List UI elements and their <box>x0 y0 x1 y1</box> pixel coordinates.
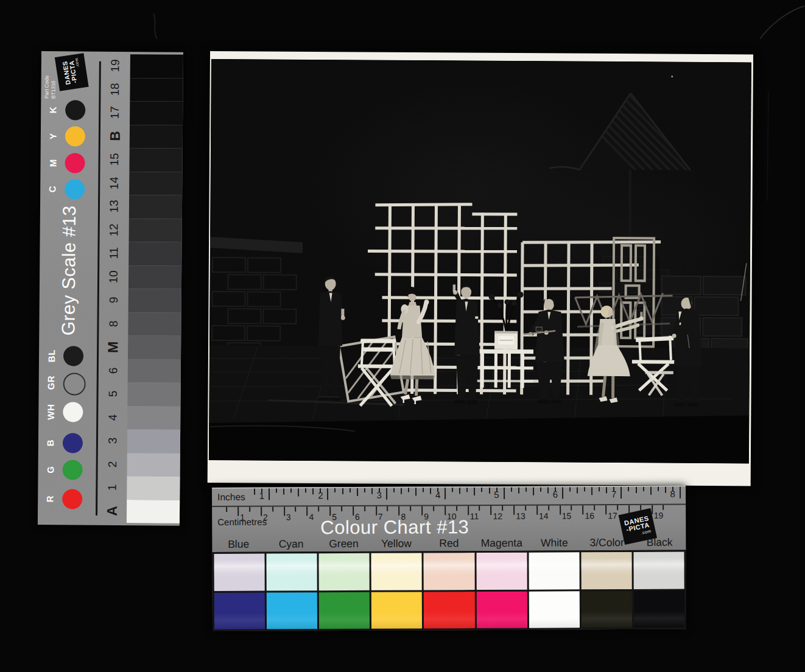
grey-patch <box>128 242 181 265</box>
ruler-tick <box>456 506 457 511</box>
ruler-tick <box>605 505 606 514</box>
ruler-tick <box>371 488 373 494</box>
grey-patch <box>129 172 182 195</box>
grey-patch <box>127 382 180 406</box>
3/color-pale-patch <box>581 552 631 589</box>
blue-pale-patch <box>214 554 264 591</box>
inch-number: 5 <box>494 489 501 500</box>
ruler-tick <box>393 488 395 492</box>
ruler-tick <box>513 506 515 515</box>
ruler-tick <box>342 488 343 494</box>
ruler-tick <box>525 506 526 511</box>
column-label: Green <box>317 537 370 551</box>
b-dot <box>63 433 83 453</box>
gr-dot-label: GR <box>43 373 60 393</box>
ruler-tick <box>364 506 365 511</box>
grey-patch <box>127 476 180 500</box>
scale-index-label: 1 <box>97 476 127 500</box>
yellow-vivid-patch <box>371 592 422 629</box>
bl-dot-label: BL <box>43 346 60 366</box>
ruler-tick <box>350 488 351 492</box>
b-dot-label: B <box>42 433 59 453</box>
scale-index-label: 14 <box>100 171 129 195</box>
wh-dot <box>63 402 83 422</box>
ruler-tick <box>329 506 331 516</box>
grey-patch <box>128 359 181 383</box>
grey-patch <box>127 406 180 430</box>
grey-patch <box>128 335 181 359</box>
grey-patch <box>130 54 183 78</box>
colour-column-labels: BlueCyanGreenYellowRedMagentaWhite3/Colo… <box>212 536 686 551</box>
ruler-tick <box>526 488 527 492</box>
cm-number: 19 <box>654 511 664 520</box>
ruler-tick <box>663 505 664 510</box>
y-dot-label: Y <box>44 126 62 146</box>
ruler-tick <box>658 487 659 491</box>
scale-index-label: 9 <box>99 289 128 312</box>
3/color-vivid-patch <box>582 590 632 628</box>
scale-index-label: 2 <box>98 452 127 476</box>
ruler-tick <box>452 488 453 492</box>
y-dot <box>65 126 85 146</box>
ruler-tick <box>468 506 469 515</box>
inch-number: 6 <box>553 489 560 500</box>
ruler-tick <box>533 488 534 495</box>
black-pale-patch <box>633 552 684 589</box>
red-vivid-patch <box>424 592 474 629</box>
white-pale-patch <box>529 552 579 589</box>
cyan-vivid-patch <box>267 592 317 629</box>
green-pale-patch <box>319 553 370 590</box>
cm-number: 16 <box>585 511 594 520</box>
magenta-pale-patch <box>476 553 527 590</box>
ruler-tick <box>640 505 641 510</box>
ruler-tick <box>386 488 387 500</box>
ruler-tick <box>290 488 292 492</box>
cm-number: 12 <box>493 511 502 521</box>
colour-chart-card: Inches 12345678 123456789101112131415161… <box>212 486 686 631</box>
ruler-tick <box>254 489 255 495</box>
ruler-tick <box>364 488 365 492</box>
colour-chart-title: Colour Chart #13 <box>303 516 486 539</box>
grey-scale-title: Grey Scale #13 <box>55 201 83 340</box>
ruler-tick <box>430 488 431 494</box>
ruler-tick <box>376 506 377 516</box>
ruler-tick <box>599 487 600 491</box>
ruler-tick <box>562 487 563 499</box>
magenta-vivid-patch <box>476 591 527 628</box>
ruler-tick <box>295 506 297 511</box>
m-dot <box>65 153 85 173</box>
grey-patch <box>127 429 180 453</box>
grey-patch <box>127 500 180 523</box>
grey-patch <box>128 312 181 336</box>
column-label: Magenta <box>476 537 529 550</box>
ruler-tick <box>459 488 460 494</box>
ruler-tick <box>433 506 434 511</box>
ruler-tick <box>490 506 491 515</box>
ruler-tick <box>650 487 652 495</box>
ruler-tick <box>237 507 239 516</box>
inch-number: 3 <box>376 490 384 500</box>
cm-number: 14 <box>539 511 549 521</box>
k-dot-label: K <box>44 100 62 120</box>
blue-vivid-patch <box>214 592 265 629</box>
ruler-tick <box>312 488 314 494</box>
ruler-tick <box>306 506 308 516</box>
scale-index-label: 17 <box>100 101 130 125</box>
ruler-tick <box>628 487 629 491</box>
c-dot <box>65 179 85 199</box>
ruler-tick <box>680 487 681 499</box>
m-dot-label: M <box>44 153 61 173</box>
ruler-tick <box>665 487 666 493</box>
ruler-tick <box>474 488 475 495</box>
column-label: Yellow <box>370 537 423 550</box>
ruler-tick <box>387 506 388 511</box>
inches-label: Inches <box>217 492 245 503</box>
r-dot <box>62 489 82 509</box>
scale-index-label: 6 <box>99 359 128 382</box>
ruler-tick <box>327 488 328 500</box>
ruler-tick <box>548 506 549 511</box>
scale-index-label: 3 <box>98 429 127 453</box>
grey-patch <box>130 101 183 125</box>
ruler-tick <box>577 487 578 493</box>
scale-index-label: 18 <box>100 77 130 101</box>
